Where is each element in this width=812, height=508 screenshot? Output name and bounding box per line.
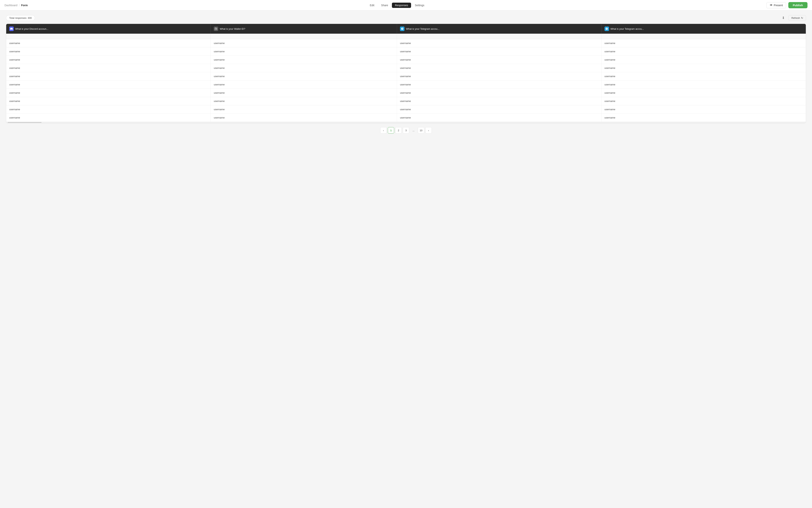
nav-tabs: EditShareResponsesSettings	[367, 3, 427, 8]
cell-r0-c0: username	[6, 39, 211, 47]
discord-icon	[9, 27, 14, 31]
cell-r4-c3: username	[601, 72, 806, 81]
cell-r4-c2: username	[397, 72, 601, 81]
pagination-ellipsis: ...	[410, 127, 417, 133]
table-row[interactable]: usernameusernameusernameusername	[6, 72, 806, 81]
table-row[interactable]: usernameusernameusernameusername	[6, 39, 806, 47]
cell-r6-c2: username	[397, 89, 601, 97]
cell-r9-c0: username	[6, 114, 211, 122]
scrollbar-thumb	[8, 122, 42, 123]
cell-r5-c0: username	[6, 81, 211, 89]
pagination-page-2[interactable]: 2	[395, 127, 402, 133]
breadcrumb-dashboard[interactable]: Dashboard	[4, 4, 17, 7]
col-label-telegram1: What is your Telegram accou...	[406, 28, 439, 30]
cell-r7-c0: username	[6, 97, 211, 105]
col-label-discord: What is your Discord accoun...	[15, 28, 48, 30]
cell-r2-c2: username	[397, 56, 601, 64]
cell-r1-c1: username	[211, 47, 397, 56]
cell-r7-c1: username	[211, 97, 397, 105]
present-button[interactable]: 👁 Present	[766, 2, 786, 8]
cell-r7-c2: username	[397, 97, 601, 105]
nav-tab-share[interactable]: Share	[378, 3, 391, 8]
cell-r6-c3: username	[601, 89, 806, 97]
col-header-discord: What is your Discord accoun...	[6, 24, 211, 34]
pagination-prev[interactable]: ‹	[380, 127, 387, 133]
responses-table-wrapper: What is your Discord accoun...What is yo…	[6, 24, 806, 123]
refresh-icon: ↻	[801, 16, 803, 19]
nav-tab-responses[interactable]: Responses	[392, 3, 411, 8]
scrollbar-hint	[6, 122, 806, 123]
breadcrumb-form: Form	[21, 4, 28, 7]
cell-r5-c1: username	[211, 81, 397, 89]
table-toolbar: Total responses: 300 ⬇ Refresh ↻	[6, 15, 806, 21]
col-label-telegram2: What is your Telegram accou...	[611, 28, 644, 30]
cell-r6-c0: username	[6, 89, 211, 97]
col-label-wallet: What is your Wallet ID?	[220, 28, 245, 30]
table-row[interactable]: usernameusernameusernameusername	[6, 114, 806, 122]
cell-r1-c0: username	[6, 47, 211, 56]
pagination-page-1[interactable]: 1	[388, 127, 394, 133]
table-row[interactable]: usernameusernameusernameusername	[6, 56, 806, 64]
pagination-page-3[interactable]: 3	[403, 127, 409, 133]
table-row[interactable]: usernameusernameusernameusername	[6, 97, 806, 105]
cell-r6-c1: username	[211, 89, 397, 97]
nav-tab-edit[interactable]: Edit	[367, 3, 377, 8]
refresh-label: Refresh	[791, 16, 800, 19]
cell-r2-c3: username	[601, 56, 806, 64]
cell-r3-c2: username	[397, 64, 601, 72]
cell-r8-c2: username	[397, 105, 601, 114]
pagination-next[interactable]: ›	[425, 127, 432, 133]
cell-r1-c3: username	[601, 47, 806, 56]
cell-r0-c3: username	[601, 39, 806, 47]
table-row[interactable]: usernameusernameusernameusername	[6, 47, 806, 56]
breadcrumb: Dashboard / Form	[4, 4, 28, 7]
pagination-page-10[interactable]: 10	[418, 127, 424, 133]
col-header-telegram1: What is your Telegram accou...	[397, 24, 601, 34]
app-header: Dashboard / Form EditShareResponsesSetti…	[0, 0, 812, 10]
table-row[interactable]: usernameusernameusernameusername	[6, 64, 806, 72]
nav-tab-settings[interactable]: Settings	[412, 3, 427, 8]
telegram-icon	[400, 27, 404, 31]
present-label: Present	[774, 4, 783, 7]
cell-r9-c1: username	[211, 114, 397, 122]
cell-r3-c3: username	[601, 64, 806, 72]
col-header-wallet: What is your Wallet ID?	[211, 24, 397, 34]
eye-icon: 👁	[770, 4, 773, 7]
refresh-button[interactable]: Refresh ↻	[789, 15, 806, 21]
cell-r7-c3: username	[601, 97, 806, 105]
cell-r9-c2: username	[397, 114, 601, 122]
cell-r8-c0: username	[6, 105, 211, 114]
cell-r9-c3: username	[601, 114, 806, 122]
pagination: ‹123...10›	[6, 123, 806, 135]
cell-r2-c1: username	[211, 56, 397, 64]
cell-r4-c0: username	[6, 72, 211, 81]
cell-r8-c3: username	[601, 105, 806, 114]
publish-button[interactable]: Publish	[788, 2, 808, 8]
table-row[interactable]: usernameusernameusernameusername	[6, 81, 806, 89]
responses-table: What is your Discord accoun...What is yo…	[6, 24, 806, 122]
cell-r3-c0: username	[6, 64, 211, 72]
cell-r4-c1: username	[211, 72, 397, 81]
cell-r0-c2: username	[397, 39, 601, 47]
table-row[interactable]: usernameusernameusernameusername	[6, 105, 806, 114]
table-scroll[interactable]: What is your Discord accoun...What is yo…	[6, 24, 806, 122]
total-responses-badge: Total responses: 300	[6, 15, 35, 21]
col-header-telegram2: What is your Telegram accou...	[601, 24, 806, 34]
main-content: Total responses: 300 ⬇ Refresh ↻ What is…	[0, 10, 812, 139]
toolbar-right: ⬇ Refresh ↻	[780, 15, 806, 21]
breadcrumb-separator: /	[19, 4, 20, 7]
cell-r8-c1: username	[211, 105, 397, 114]
cell-r3-c1: username	[211, 64, 397, 72]
cell-r1-c2: username	[397, 47, 601, 56]
telegram2-icon	[605, 27, 609, 31]
wallet-icon	[214, 27, 218, 31]
download-button[interactable]: ⬇	[780, 15, 786, 21]
table-row[interactable]: usernameusernameusernameusername	[6, 89, 806, 97]
cell-r5-c3: username	[601, 81, 806, 89]
cell-r5-c2: username	[397, 81, 601, 89]
header-actions: 👁 Present Publish	[766, 2, 808, 8]
cell-r0-c1: username	[211, 39, 397, 47]
cell-r2-c0: username	[6, 56, 211, 64]
